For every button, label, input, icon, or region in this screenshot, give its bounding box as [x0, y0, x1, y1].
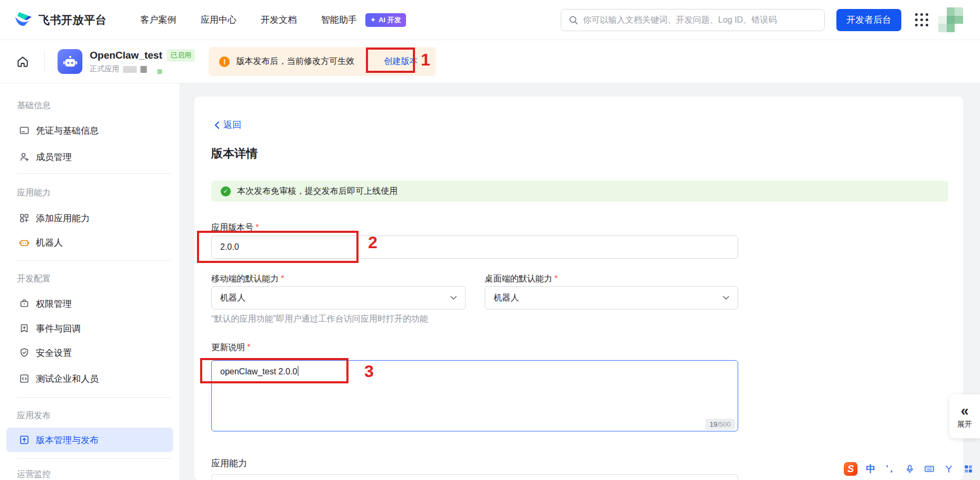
sidebar-item-test-company[interactable]: 测试企业和人员 [6, 366, 173, 391]
sidebar-item-label: 机器人 [36, 237, 63, 249]
required-mark: * [281, 274, 284, 283]
sidebar-item-label: 添加应用能力 [36, 212, 90, 224]
search-icon [569, 15, 578, 25]
home-icon[interactable] [16, 55, 30, 69]
sidebar-item-label: 安全设置 [36, 347, 72, 359]
nav-customer-cases[interactable]: 客户案例 [140, 14, 176, 26]
annotation-number-1: 1 [421, 50, 430, 70]
check-circle-icon: ✓ [221, 186, 231, 196]
app-capability-heading: 应用能力 [211, 457, 247, 469]
robot-icon [19, 237, 30, 248]
sidebar-item-add-capability[interactable]: 添加应用能力 [6, 206, 173, 230]
redaction-block [157, 69, 162, 74]
expand-label: 展开 [957, 420, 972, 429]
sogou-logo[interactable]: S [844, 462, 858, 476]
sidebar-item-label: 凭证与基础信息 [36, 125, 99, 137]
char-counter: 19/500 [705, 419, 735, 430]
person-add-icon [19, 152, 30, 162]
desktop-capability-value: 机器人 [494, 293, 519, 304]
mobile-capability-value: 机器人 [220, 293, 246, 304]
divider [17, 260, 171, 261]
chevron-left-icon [214, 121, 220, 129]
top-nav: 客户案例 应用中心 开发文档 智能助手 ✦AI 开发 [140, 13, 406, 27]
app-meta: OpenClaw_test 已启用 正式应用 [90, 49, 195, 74]
desktop-capability-select[interactable]: 机器人 [485, 286, 738, 309]
briefcase-icon [19, 298, 30, 309]
required-mark: * [256, 223, 259, 232]
expand-panel-button[interactable]: « 展开 [949, 394, 980, 438]
id-card-icon [19, 125, 30, 136]
sidebar-item-events-callbacks[interactable]: 事件与回调 [6, 316, 173, 341]
grid-add-icon [19, 213, 30, 223]
microphone-icon[interactable] [903, 463, 916, 475]
notice-text: 本次发布免审核，提交发布后即可上线使用 [237, 186, 398, 197]
divider [17, 458, 171, 459]
app-name: OpenClaw_test [90, 50, 162, 61]
sidebar-item-label: 版本管理与发布 [36, 434, 99, 446]
desktop-capability-label: 桌面端的默认能力* [485, 274, 558, 285]
status-badge: 已启用 [167, 49, 195, 62]
brand[interactable]: 飞书开放平台 [14, 12, 107, 29]
app-capability-box [211, 474, 738, 480]
sidebar-item-members[interactable]: 成员管理 [6, 145, 173, 169]
chinese-mode-icon[interactable]: 中 [864, 463, 877, 475]
nav-app-center[interactable]: 应用中心 [201, 14, 237, 26]
annotation-number-3: 3 [364, 362, 374, 381]
divider [17, 397, 171, 398]
page-title: 版本详情 [211, 146, 258, 162]
back-link[interactable]: 返回 [214, 119, 241, 131]
char-count-current: 19 [710, 420, 717, 428]
sidebar-item-label: 权限管理 [36, 298, 72, 310]
avatar[interactable] [938, 7, 963, 32]
global-search [561, 9, 825, 31]
chevron-down-icon [723, 296, 729, 300]
keyboard-icon[interactable] [923, 463, 936, 475]
version-number-input[interactable] [211, 236, 738, 259]
toolbox-icon[interactable] [943, 463, 955, 475]
sidebar-item-security[interactable]: 安全设置 [6, 341, 173, 365]
mobile-capability-select[interactable]: 机器人 [211, 286, 466, 309]
app-header-bar: OpenClaw_test 已启用 正式应用 ! 版本发布后，当前修改方可生效 … [0, 40, 980, 83]
sidebar-item-credentials[interactable]: 凭证与基础信息 [6, 118, 173, 143]
required-mark: * [554, 274, 558, 283]
double-chevron-left-icon: « [960, 404, 968, 418]
feishu-logo-icon [14, 12, 33, 29]
divider [44, 51, 45, 73]
nav-dev-docs[interactable]: 开发文档 [261, 14, 297, 26]
version-warning-banner: ! 版本发布后，当前修改方可生效 创建版本 [209, 47, 436, 76]
punctuation-icon[interactable]: ’， [884, 463, 897, 475]
sidebar-item-permissions[interactable]: 权限管理 [6, 291, 173, 316]
bookmark-add-icon [19, 323, 30, 334]
sidebar-item-bot[interactable]: 机器人 [6, 230, 173, 255]
sidebar-section-app-release: 应用发布 [17, 410, 51, 421]
sidebar-section-ops-monitoring: 运营监控 [17, 469, 51, 480]
version-detail-card: 返回 版本详情 ✓ 本次发布免审核，提交发布后即可上线使用 应用版本号* 2 移… [194, 97, 963, 480]
review-exempt-notice: ✓ 本次发布免审核，提交发布后即可上线使用 [211, 181, 948, 202]
update-notes-textarea[interactable]: openClaw_test 2.0.0 [211, 360, 738, 431]
developer-console-button[interactable]: 开发者后台 [836, 9, 901, 31]
app-type-label: 正式应用 [90, 64, 119, 74]
sidebar-section-basic-info: 基础信息 [17, 100, 51, 111]
ai-dev-badge[interactable]: ✦AI 开发 [365, 13, 406, 27]
sidebar-item-label: 测试企业和人员 [36, 373, 99, 385]
redaction-block [140, 66, 147, 73]
app-grid-menu-icon[interactable] [915, 13, 929, 27]
top-header: 飞书开放平台 客户案例 应用中心 开发文档 智能助手 ✦AI 开发 开发者后台 [0, 0, 980, 40]
create-version-link[interactable]: 创建版本 [378, 52, 424, 71]
grid-logo-icon[interactable] [962, 463, 975, 475]
warning-text: 版本发布后，当前修改方可生效 [236, 56, 354, 67]
search-input[interactable] [583, 15, 817, 25]
sparkle-icon: ✦ [370, 16, 376, 24]
feishu-open-platform-page: 飞书开放平台 客户案例 应用中心 开发文档 智能助手 ✦AI 开发 开发者后台 [0, 0, 980, 480]
warning-icon: ! [219, 57, 230, 67]
sidebar: 基础信息 凭证与基础信息 成员管理 应用能力 添加应用能力 [0, 83, 180, 480]
version-number-label: 应用版本号* [211, 222, 259, 233]
sidebar-item-version-management[interactable]: 版本管理与发布 [6, 428, 173, 452]
sidebar-section-dev-config: 开发配置 [17, 274, 51, 285]
update-notes-label: 更新说明* [211, 342, 250, 353]
code-square-icon [19, 373, 30, 384]
required-mark: * [247, 343, 250, 352]
update-notes-value: openClaw_test 2.0.0 [220, 367, 297, 376]
chevron-down-icon [450, 296, 457, 300]
nav-ai-assistant[interactable]: 智能助手 [321, 14, 357, 26]
